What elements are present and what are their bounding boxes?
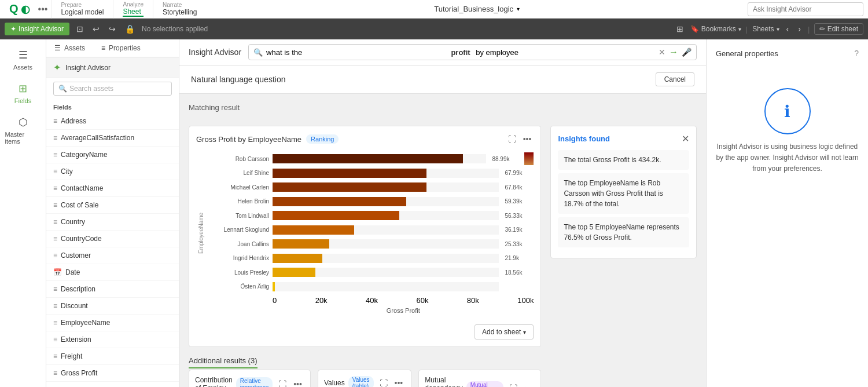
field-icon: ≡ (53, 319, 57, 327)
nl-title: Natural language question (191, 75, 285, 84)
expand-small-card-2[interactable]: ⛶ (507, 382, 520, 387)
chart-more-button[interactable]: ••• (521, 133, 534, 145)
small-cards-row: Contribution of Employ... Relative impor… (189, 370, 541, 387)
assets-label: Assets (13, 64, 32, 71)
field-average-call[interactable]: ≡AverageCallSatisfaction (46, 130, 179, 147)
bar-container (273, 225, 499, 235)
x-tick: 40k (366, 296, 378, 305)
field-date[interactable]: 📅Date (46, 264, 179, 281)
sidebar-item-fields[interactable]: ⊞ Fields (3, 78, 43, 109)
y-axis-label: EmployeeName (196, 152, 205, 314)
assets-panel: ☰ Assets ≡ Properties ✦ Insight Advisor … (46, 39, 179, 387)
field-icon: ≡ (53, 117, 57, 125)
insight-advisor-nav-item[interactable]: ✦ Insight Advisor (46, 57, 179, 78)
fields-label: Fields (14, 97, 31, 104)
search-mic-button[interactable]: 🎤 (682, 48, 692, 57)
bar-fill (273, 268, 315, 277)
field-name: Extension (61, 335, 91, 344)
prev-sheet-button[interactable]: ‹ (784, 23, 792, 35)
ask-insight-input[interactable] (748, 2, 863, 16)
bar-label: Helen Brolin (205, 198, 269, 205)
next-sheet-button[interactable]: › (796, 23, 803, 35)
edit-sheet-button[interactable]: ✏ Edit sheet (814, 23, 863, 35)
field-city[interactable]: ≡City (46, 163, 179, 180)
selections-icon-button[interactable]: ⊡ (74, 23, 86, 35)
bar-container (273, 239, 499, 249)
forward-button[interactable]: ↪ (106, 23, 118, 35)
brand-icon: ◐ (21, 3, 30, 16)
x-tick: 20k (315, 296, 328, 305)
sheets-button[interactable]: Sheets ▾ (752, 25, 779, 33)
bar-fill (273, 154, 463, 163)
insight-advisor-nav-icon: ✦ (53, 62, 61, 73)
insight-advisor-button[interactable]: ✦ Insight Advisor (5, 23, 69, 35)
expand-small-card-0[interactable]: ⛶ (276, 378, 289, 387)
field-gross-profit[interactable]: ≡Gross Profit (46, 365, 179, 382)
nav-dots-button[interactable]: ••• (35, 4, 52, 14)
info-circle-icon: ℹ (764, 88, 811, 134)
bookmarks-button[interactable]: 🔖 Bookmarks ▾ (690, 25, 741, 33)
bar-fill (273, 282, 275, 291)
nav-analyze[interactable]: Analyze Sheet (113, 0, 153, 19)
bar-label: Tom Lindwall (205, 213, 269, 219)
left-sidebar: ☰ Assets ⊞ Fields ⬡ Master items (0, 39, 46, 387)
ia-search-input[interactable] (266, 48, 447, 57)
bar-value: 88.99k (492, 156, 521, 162)
field-employee[interactable]: ≡EmployeeName (46, 315, 179, 331)
expand-chart-button[interactable]: ⛶ (506, 133, 518, 145)
search-clear-button[interactable]: ✕ (659, 48, 665, 57)
mutual-info-badge: Mutual Information (466, 381, 503, 387)
bar-label: Ingrid Hendrix (205, 255, 269, 261)
field-extension[interactable]: ≡Extension (46, 331, 179, 348)
field-country[interactable]: ≡Country (46, 214, 179, 231)
field-freight[interactable]: ≡Freight (46, 348, 179, 365)
search-go-button[interactable]: → (669, 47, 678, 57)
cancel-button[interactable]: Cancel (656, 72, 694, 86)
bar-fill (273, 169, 426, 178)
bar-value: 56.33k (505, 213, 534, 219)
x-axis-ticks: 0 20k 40k 60k 80k 100k (205, 294, 534, 305)
qlik-logo: Q ◐ (5, 2, 35, 16)
narrate-label: Narrate (163, 2, 197, 8)
more-small-card-1[interactable]: ••• (392, 377, 406, 387)
field-customer[interactable]: ≡Customer (46, 247, 179, 264)
bar-fill (273, 254, 322, 263)
fields-section-label: Fields (46, 99, 179, 113)
narrate-value: Storytelling (163, 8, 197, 16)
nav-prepare[interactable]: Prepare Logical model (51, 0, 113, 19)
more-small-card-0[interactable]: ••• (291, 378, 304, 387)
expand-small-card-1[interactable]: ⛶ (377, 377, 390, 387)
field-address[interactable]: ≡Address (46, 113, 179, 130)
field-country-code[interactable]: ≡CountryCode (46, 231, 179, 247)
add-to-sheet-button[interactable]: Add to sheet ▾ (475, 324, 534, 339)
field-contact[interactable]: ≡ContactName (46, 180, 179, 197)
field-cost-of-sale[interactable]: ≡Cost of Sale (46, 197, 179, 214)
right-panel-header: General properties ? (716, 49, 859, 58)
more-small-card-2[interactable]: ••• (522, 382, 535, 387)
sidebar-item-assets[interactable]: ☰ Assets (3, 44, 43, 75)
lock-button[interactable]: 🔒 (123, 23, 137, 35)
ia-title: Insight Advisor (189, 48, 241, 57)
field-category[interactable]: ≡CategoryName (46, 147, 179, 163)
insight-text-0: The total Gross Profit is 434.2k. (558, 150, 689, 170)
chart-title: Gross Profit by EmployeeName (196, 135, 301, 144)
assets-tab-label: Assets (64, 44, 85, 52)
field-discount[interactable]: ≡Discount (46, 298, 179, 315)
nav-narrate[interactable]: Narrate Storytelling (153, 0, 206, 19)
chevron-down-icon[interactable]: ▾ (517, 6, 520, 12)
relative-importance-badge: Relative importance (236, 377, 273, 387)
grid-view-button[interactable]: ⊞ (674, 23, 686, 35)
back-button[interactable]: ↩ (90, 23, 102, 35)
sheets-chevron: ▾ (777, 26, 779, 32)
help-button[interactable]: ? (854, 49, 859, 58)
bar-label: Leif Shine (205, 170, 269, 176)
ia-search-bold: profit (451, 48, 470, 57)
add-to-sheet-container: Add to sheet ▾ (196, 319, 534, 339)
sidebar-item-master[interactable]: ⬡ Master items (3, 111, 43, 149)
ia-search-input-2[interactable] (474, 48, 655, 57)
tab-assets[interactable]: ☰ Assets (46, 39, 93, 57)
field-description[interactable]: ≡Description (46, 281, 179, 298)
field-name: CategoryName (61, 151, 108, 159)
insights-close-button[interactable]: ✕ (682, 133, 689, 144)
tab-properties[interactable]: ≡ Properties (93, 39, 149, 57)
